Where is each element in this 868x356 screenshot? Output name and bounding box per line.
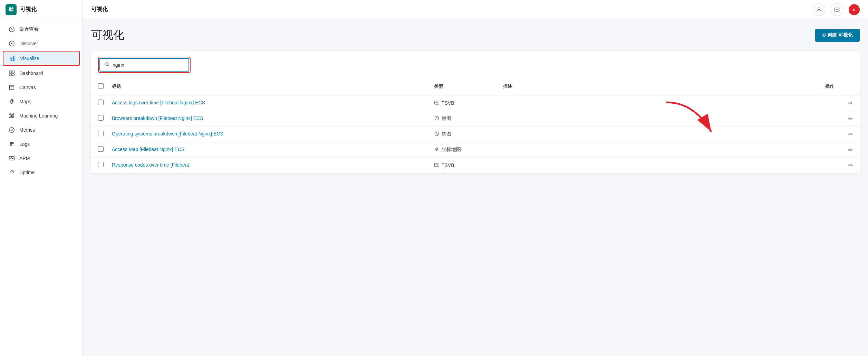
svg-rect-19 (835, 8, 839, 11)
edit-icon[interactable]: ✏ (848, 131, 853, 138)
table-row: Operating systems breakdown [Filebeat Ng… (91, 127, 860, 142)
row-1-title-link[interactable]: Access logs over time [Filebeat Nginx] E… (112, 100, 205, 105)
row-3-type-label: 饼图 (442, 131, 451, 137)
apm-icon (8, 155, 15, 162)
topbar: 可视化 e (83, 0, 868, 19)
search-highlight-border (98, 57, 191, 73)
row-4-checkbox[interactable] (98, 146, 104, 152)
row-4-title-link[interactable]: Access Map [Filebeat Nginx] ECS (112, 147, 184, 152)
user-avatar[interactable]: e (849, 4, 860, 15)
svg-rect-5 (9, 71, 11, 73)
row-5-type-cell: TSVB (434, 162, 503, 169)
topbar-right: e (813, 3, 860, 16)
svg-point-11 (10, 114, 11, 115)
row-4-type-cell: 坐标地图 (434, 147, 503, 153)
row-1-title-cell: Access logs over time [Filebeat Nginx] E… (112, 100, 434, 106)
sidebar-item-ml[interactable]: Machine Learning (3, 109, 80, 123)
row-1-checkbox[interactable] (98, 100, 104, 105)
row-5-type-label: TSVB (442, 162, 454, 168)
row-4-title-cell: Access Map [Filebeat Nginx] ECS (112, 146, 434, 153)
svg-rect-7 (9, 74, 11, 76)
sidebar-item-apm[interactable]: APM (3, 151, 80, 165)
sidebar-item-ml-label: Machine Learning (19, 113, 58, 119)
sidebar-item-canvas[interactable]: Canvas (3, 81, 80, 94)
sidebar-header: 默 可视化 (0, 0, 83, 19)
page-title: 可视化 (91, 28, 124, 43)
svg-point-25 (436, 148, 438, 150)
row-2-actions: ✏ (825, 115, 853, 122)
table-row: Access logs over time [Filebeat Nginx] E… (91, 95, 860, 111)
svg-point-12 (13, 114, 14, 115)
row-4-type-label: 坐标地图 (442, 147, 461, 153)
search-section (91, 51, 860, 78)
tsvb-icon-2 (434, 162, 440, 169)
svg-point-14 (13, 117, 14, 118)
metrics-icon (8, 127, 15, 133)
sidebar-item-discover[interactable]: Discover (3, 37, 80, 50)
svg-point-10 (11, 100, 12, 102)
edit-icon[interactable]: ✏ (848, 115, 853, 122)
row-5-title-cell: Response codes over time [Filebeat (112, 162, 434, 169)
row-5-title-link[interactable]: Response codes over time [Filebeat (112, 162, 189, 168)
row-3-title-link[interactable]: Operating systems breakdown [Filebeat Ng… (112, 131, 223, 137)
row-2-checkbox[interactable] (98, 115, 104, 121)
row-2-title-cell: Browsers breakdown [Filebeat Nginx] ECS (112, 115, 434, 122)
sidebar-item-dashboard-label: Dashboard (19, 71, 43, 76)
pie-icon (434, 115, 440, 122)
sidebar-item-apm-label: APM (19, 156, 30, 161)
sidebar-item-logs[interactable]: Logs (3, 137, 80, 151)
main-area: 可视化 e 可视化 ⊕ 创建 可视化 (83, 0, 868, 356)
sidebar-item-metrics-label: Metrics (19, 127, 35, 133)
ml-icon (8, 112, 15, 119)
user-circle-icon[interactable] (813, 3, 825, 16)
sidebar-item-recent[interactable]: 最近查看 (3, 22, 80, 36)
row-checkbox-cell (98, 162, 112, 169)
row-4-actions: ✏ (825, 147, 853, 153)
row-1-type-label: TSVB (442, 100, 454, 106)
sidebar-item-dashboard[interactable]: Dashboard (3, 66, 80, 80)
row-checkbox-cell (98, 146, 112, 153)
table-row: Response codes over time [Filebeat TSVB … (91, 158, 860, 173)
search-box[interactable] (99, 58, 189, 72)
sidebar-item-uptime-label: Uptime (19, 170, 35, 175)
row-1-type-cell: TSVB (434, 100, 503, 106)
sidebar-item-metrics[interactable]: Metrics (3, 123, 80, 137)
row-5-actions: ✏ (825, 162, 853, 169)
svg-rect-9 (10, 85, 14, 90)
row-2-type-label: 饼图 (442, 115, 451, 122)
content-area: 可视化 ⊕ 创建 可视化 标题 (83, 19, 868, 356)
sidebar-nav: 最近查看 Discover Visualize Dashboard (0, 19, 83, 182)
edit-icon[interactable]: ✏ (848, 147, 853, 153)
svg-point-13 (10, 117, 11, 118)
sidebar-item-recent-label: 最近查看 (19, 26, 39, 32)
create-button[interactable]: ⊕ 创建 可视化 (815, 29, 860, 42)
row-3-checkbox[interactable] (98, 131, 104, 136)
sidebar-item-uptime[interactable]: Uptime (3, 166, 80, 179)
uptime-icon (8, 169, 15, 176)
row-3-title-cell: Operating systems breakdown [Filebeat Ng… (112, 131, 434, 138)
row-2-type-cell: 饼图 (434, 115, 503, 122)
app-title: 可视化 (20, 6, 37, 13)
edit-icon[interactable]: ✏ (848, 162, 853, 169)
table-row: Browsers breakdown [Filebeat Nginx] ECS … (91, 111, 860, 127)
row-5-checkbox[interactable] (98, 162, 104, 167)
select-all-checkbox[interactable] (98, 83, 104, 89)
col-description: 描述 (503, 82, 825, 91)
mail-icon[interactable] (831, 3, 843, 16)
table-header: 标题 类型 描述 操作 (91, 78, 860, 95)
col-title: 标题 (112, 82, 434, 91)
table-body: Access logs over time [Filebeat Nginx] E… (91, 95, 860, 173)
svg-rect-2 (10, 58, 11, 61)
sidebar: 默 可视化 最近查看 Discover Visualize (0, 0, 83, 356)
sidebar-item-logs-label: Logs (19, 141, 30, 147)
maps-icon (8, 98, 15, 105)
svg-rect-6 (12, 71, 14, 73)
row-2-title-link[interactable]: Browsers breakdown [Filebeat Nginx] ECS (112, 115, 203, 121)
row-checkbox-cell (98, 100, 112, 106)
table-row: Access Map [Filebeat Nginx] ECS 坐标地图 ✏ (91, 142, 860, 158)
search-input[interactable] (113, 62, 184, 68)
edit-icon[interactable]: ✏ (848, 100, 853, 106)
sidebar-item-maps[interactable]: Maps (3, 95, 80, 109)
dashboard-icon (8, 70, 15, 77)
sidebar-item-visualize[interactable]: Visualize (3, 51, 80, 66)
